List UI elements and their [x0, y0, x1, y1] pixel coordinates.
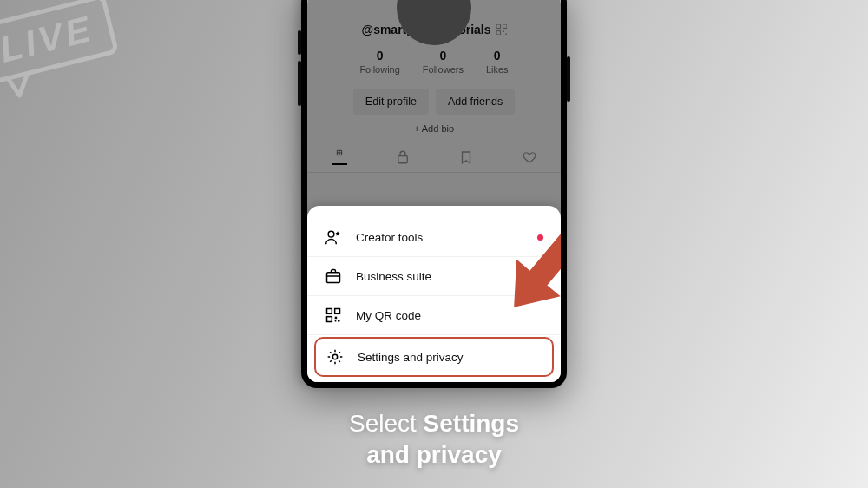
qr-code-icon — [325, 307, 342, 324]
svg-rect-11 — [335, 317, 338, 320]
instruction-caption: Select Settings and privacy — [0, 408, 868, 472]
svg-rect-12 — [338, 320, 340, 322]
svg-point-14 — [332, 354, 337, 359]
gear-icon — [326, 348, 344, 366]
business-suite-icon — [325, 267, 342, 285]
live-watermark: LIVE — [0, 0, 127, 114]
caption-bold1: Settings — [424, 410, 519, 437]
svg-rect-13 — [335, 320, 337, 322]
svg-rect-9 — [335, 309, 340, 314]
svg-point-6 — [328, 231, 334, 237]
svg-rect-10 — [327, 317, 332, 322]
svg-rect-8 — [327, 309, 332, 314]
volume-button — [298, 30, 301, 55]
caption-prefix: Select — [349, 410, 424, 437]
phone-screen: @smartphonetutorials 0Following 0Followe… — [307, 0, 561, 382]
menu-label: Business suite — [356, 270, 431, 283]
menu-label: Settings and privacy — [358, 351, 464, 364]
power-button — [567, 56, 570, 102]
caption-bold2: and privacy — [366, 441, 502, 468]
menu-settings-privacy[interactable]: Settings and privacy — [314, 337, 554, 377]
menu-label: My QR code — [356, 309, 421, 322]
menu-label: Creator tools — [356, 231, 423, 244]
phone-frame: @smartphonetutorials 0Following 0Followe… — [301, 0, 567, 388]
creator-tools-icon — [325, 228, 342, 246]
live-label: LIVE — [0, 0, 119, 85]
svg-rect-7 — [327, 273, 340, 283]
volume-button — [298, 61, 301, 106]
